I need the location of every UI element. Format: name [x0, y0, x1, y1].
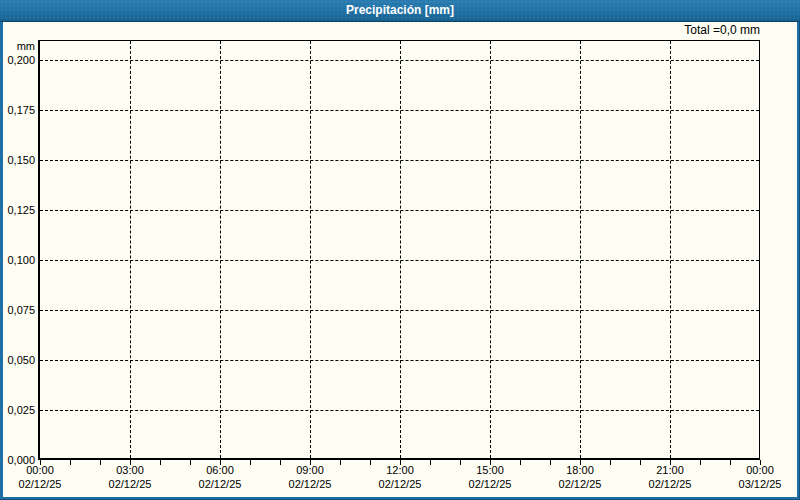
gridline-vertical [490, 41, 491, 458]
x-tick-date: 02/12/25 [85, 477, 175, 491]
chart-title: Precipitación [mm] [346, 3, 454, 17]
x-tick-date: 02/12/25 [265, 477, 355, 491]
x-tick-time: 12:00 [355, 463, 445, 477]
x-tick-time: 00:00 [715, 463, 800, 477]
plot-area [38, 40, 760, 460]
x-tick-label: 03:0002/12/25 [85, 463, 175, 491]
gridline-vertical [310, 41, 311, 458]
x-tick-date: 02/12/25 [625, 477, 715, 491]
chart-title-bar: Precipitación [mm] [0, 0, 800, 22]
gridline-vertical [220, 41, 221, 458]
y-tick-label: 0,200 [0, 53, 35, 67]
x-tick-label: 00:0002/12/25 [0, 463, 85, 491]
y-tick-label: 0,050 [0, 353, 35, 367]
x-tick-date: 02/12/25 [535, 477, 625, 491]
x-tick-date: 02/12/25 [355, 477, 445, 491]
chart-window: Precipitación [mm] Total =0,0 mm mm 0,20… [0, 0, 800, 500]
x-tick-date: 02/12/25 [0, 477, 85, 491]
x-tick-time: 21:00 [625, 463, 715, 477]
x-tick-label: 12:0002/12/25 [355, 463, 445, 491]
gridline-vertical [670, 41, 671, 458]
x-tick-date: 02/12/25 [175, 477, 265, 491]
x-tick-label: 18:0002/12/25 [535, 463, 625, 491]
x-tick-label: 09:0002/12/25 [265, 463, 355, 491]
x-tick-time: 06:00 [175, 463, 265, 477]
x-tick-time: 09:00 [265, 463, 355, 477]
y-tick-label: 0,150 [0, 153, 35, 167]
gridline-vertical [400, 41, 401, 458]
y-axis-unit-label: mm [0, 40, 35, 52]
x-tick-label: 00:0003/12/25 [715, 463, 800, 491]
x-tick-time: 03:00 [85, 463, 175, 477]
y-tick-label: 0,025 [0, 403, 35, 417]
x-tick-date: 02/12/25 [445, 477, 535, 491]
y-tick-label: 0,175 [0, 103, 35, 117]
x-tick-time: 00:00 [0, 463, 85, 477]
y-tick-label: 0,100 [0, 253, 35, 267]
y-tick-label: 0,125 [0, 203, 35, 217]
gridline-vertical [130, 41, 131, 458]
x-tick-time: 18:00 [535, 463, 625, 477]
x-tick-date: 03/12/25 [715, 477, 800, 491]
y-tick-label: 0,075 [0, 303, 35, 317]
x-tick-label: 15:0002/12/25 [445, 463, 535, 491]
gridline-vertical [580, 41, 581, 458]
x-tick-label: 21:0002/12/25 [625, 463, 715, 491]
total-precipitation-label: Total =0,0 mm [460, 23, 760, 37]
x-tick-time: 15:00 [445, 463, 535, 477]
x-tick-label: 06:0002/12/25 [175, 463, 265, 491]
